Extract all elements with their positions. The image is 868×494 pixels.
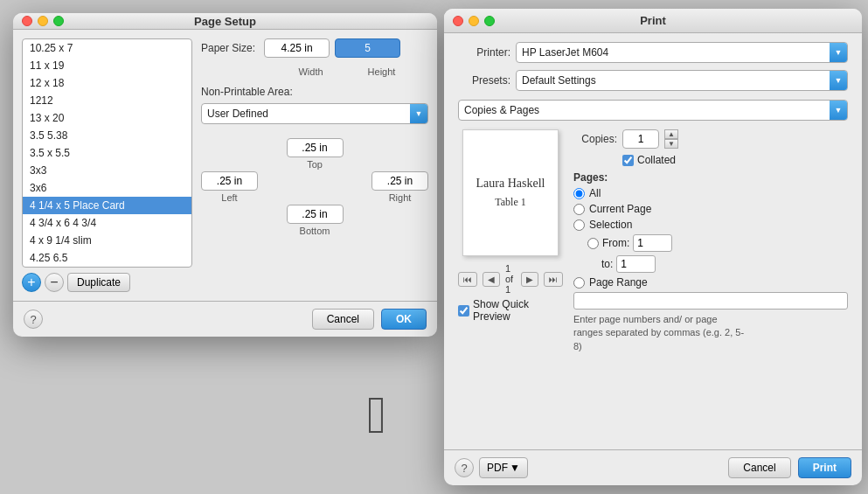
pdf-button[interactable]: PDF ▼ — [479, 457, 528, 478]
area-select[interactable]: User Defined ▼ — [201, 103, 428, 124]
all-pages-radio[interactable] — [573, 188, 585, 199]
list-item[interactable]: 4.25 6.5 — [23, 249, 191, 267]
apple-logo:  — [367, 385, 386, 445]
last-page-button[interactable]: ⏭ — [544, 272, 563, 287]
preview-nav: ⏮ ◀ 1 of 1 ▶ ⏭ — [458, 263, 563, 295]
print-cancel-button[interactable]: Cancel — [728, 457, 790, 478]
first-page-button[interactable]: ⏮ — [458, 272, 477, 287]
duplicate-button[interactable]: Duplicate — [67, 273, 130, 292]
print-traffic-lights — [453, 16, 495, 26]
list-item[interactable]: 3x6 — [23, 179, 191, 197]
copies-pages-arrow[interactable]: ▼ — [830, 101, 847, 120]
minimize-button[interactable] — [38, 16, 48, 26]
copies-input[interactable] — [622, 129, 659, 149]
copies-pages-row: Copies & Pages ▼ — [458, 100, 848, 121]
list-item-selected[interactable]: 4 1/4 x 5 Place Card — [23, 197, 191, 214]
print-titlebar: Print — [444, 9, 862, 33]
help-button[interactable]: ? — [24, 310, 43, 329]
list-item[interactable]: 12 x 18 — [23, 74, 191, 92]
paper-height-input[interactable] — [335, 38, 400, 58]
preview-table: Table 1 — [495, 196, 525, 209]
print-title: Print — [640, 14, 666, 27]
print-footer: ? PDF ▼ Cancel Print — [444, 449, 862, 485]
from-radio[interactable] — [587, 238, 599, 249]
list-item[interactable]: 3.5 x 5.5 — [23, 144, 191, 162]
copies-increment-button[interactable]: ▲ — [664, 129, 678, 139]
page-setup-footer: ? Cancel OK — [13, 301, 437, 337]
printer-select-arrow[interactable]: ▼ — [830, 43, 847, 62]
page-setup-titlebar: Page Setup — [13, 13, 437, 30]
printer-value: HP LaserJet M604 — [517, 46, 830, 59]
print-help-button[interactable]: ? — [455, 458, 474, 477]
copies-decrement-button[interactable]: ▼ — [664, 139, 678, 149]
paper-size-list[interactable]: 10.25 x 7 11 x 19 12 x 18 1212 13 x 20 3… — [22, 38, 192, 268]
list-item[interactable]: 3.5 5.38 — [23, 127, 191, 144]
margin-top-cell: Top — [287, 138, 344, 170]
selection-radio[interactable] — [573, 219, 585, 231]
non-printable-label: Non-Printable Area: — [201, 86, 428, 98]
maximize-button[interactable] — [53, 16, 64, 26]
close-button[interactable] — [22, 16, 32, 26]
margin-bottom-input[interactable] — [287, 205, 344, 224]
area-select-arrow[interactable]: ▼ — [410, 104, 427, 123]
printer-row: Printer: HP LaserJet M604 ▼ — [458, 42, 848, 63]
show-quick-preview-checkbox[interactable] — [458, 305, 469, 317]
ok-button[interactable]: OK — [381, 309, 427, 330]
print-close-button[interactable] — [453, 16, 463, 26]
selection-row: Selection — [573, 219, 848, 231]
list-item[interactable]: 4 3/4 x 6 4 3/4 — [23, 214, 191, 232]
page-range-input[interactable] — [573, 292, 848, 310]
page-range-label: Page Range — [589, 276, 648, 289]
presets-select-arrow[interactable]: ▼ — [830, 71, 847, 90]
list-item[interactable]: 3x3 — [23, 162, 191, 179]
presets-label: Presets: — [458, 74, 510, 87]
print-maximize-button[interactable] — [484, 16, 495, 26]
current-page-label: Current Page — [589, 203, 651, 215]
presets-select[interactable]: Default Settings ▼ — [516, 70, 848, 91]
margin-top-input[interactable] — [287, 138, 344, 157]
paper-size-field-label: Paper Size: — [201, 42, 255, 54]
selection-label: Selection — [589, 219, 632, 231]
add-paper-size-button[interactable]: + — [22, 273, 41, 292]
settings-panel: Copies: ▲ ▼ Collated Pages: — [573, 129, 848, 441]
paper-width-input[interactable] — [264, 38, 330, 58]
all-pages-row: All — [573, 187, 848, 199]
print-body: Printer: HP LaserJet M604 ▼ Presets: Def… — [444, 33, 862, 449]
list-item[interactable]: 1212 — [23, 92, 191, 109]
margin-right-cell: Right — [372, 171, 428, 203]
preview-panel: Laura Haskell Table 1 ⏮ ◀ 1 of 1 ▶ ⏭ Sho… — [458, 129, 563, 441]
page-setup-title: Page Setup — [194, 15, 256, 28]
printer-select[interactable]: HP LaserJet M604 ▼ — [516, 42, 848, 63]
list-item[interactable]: 11 x 19 — [23, 57, 191, 74]
current-page-radio[interactable] — [573, 204, 585, 215]
copies-pages-value: Copies & Pages — [459, 104, 830, 116]
list-item[interactable]: 10.25 x 7 — [23, 39, 191, 57]
print-minimize-button[interactable] — [469, 16, 479, 26]
copies-pages-select[interactable]: Copies & Pages ▼ — [458, 100, 848, 121]
margin-left-input[interactable] — [201, 171, 258, 191]
margin-right-input[interactable] — [372, 171, 428, 191]
prev-page-button[interactable]: ◀ — [483, 272, 500, 287]
collated-row: Collated — [622, 154, 848, 166]
paper-list-panel: 10.25 x 7 11 x 19 12 x 18 1212 13 x 20 3… — [22, 38, 192, 292]
margin-top-label: Top — [307, 159, 323, 170]
cancel-button[interactable]: Cancel — [312, 309, 374, 330]
page-range-radio[interactable] — [573, 277, 585, 289]
list-item[interactable]: 4 x 9 1/4 slim — [23, 232, 191, 249]
pages-section: Pages: All Current Page Selection — [573, 171, 848, 353]
from-row: From: — [587, 234, 848, 252]
list-item[interactable]: 13 x 20 — [23, 109, 191, 127]
presets-row: Presets: Default Settings ▼ — [458, 70, 848, 91]
pdf-label: PDF — [487, 462, 508, 474]
collated-checkbox[interactable] — [622, 155, 634, 166]
print-footer-right: Cancel Print — [728, 457, 851, 478]
print-footer-left: ? PDF ▼ — [455, 457, 528, 478]
from-input[interactable] — [633, 234, 672, 252]
to-input[interactable] — [616, 255, 656, 273]
remove-paper-size-button[interactable]: − — [45, 273, 64, 292]
next-page-button[interactable]: ▶ — [521, 272, 538, 287]
show-preview-row: Show Quick Preview — [458, 298, 563, 323]
pages-label: Pages: — [573, 171, 848, 184]
margin-left-label: Left — [221, 192, 237, 203]
print-button[interactable]: Print — [798, 457, 851, 478]
